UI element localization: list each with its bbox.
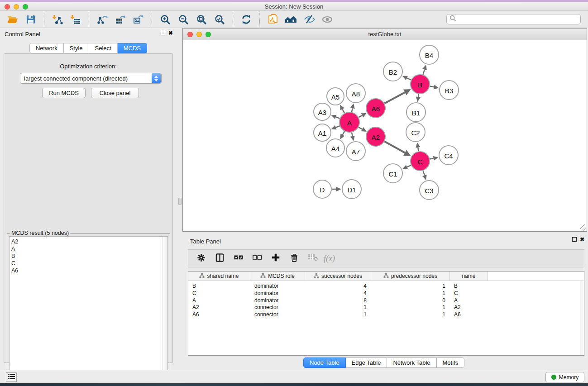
- select-all-button[interactable]: [230, 251, 247, 266]
- zoom-selected-button[interactable]: [210, 12, 229, 27]
- task-history-button[interactable]: [6, 372, 17, 382]
- edge-A-A8[interactable]: [352, 108, 353, 112]
- refresh-network-button[interactable]: [237, 12, 255, 27]
- import-network-button[interactable]: [48, 12, 67, 27]
- tab-select[interactable]: Select: [89, 43, 118, 53]
- table-cell[interactable]: 1: [371, 290, 450, 297]
- tab-edge-table[interactable]: Edge Table: [346, 357, 387, 368]
- table-cell[interactable]: B: [188, 282, 250, 290]
- column-header-shared-name[interactable]: shared name: [188, 272, 250, 281]
- search-field[interactable]: [446, 14, 581, 24]
- table-cell[interactable]: dominator: [250, 297, 305, 304]
- table-cell[interactable]: 1: [305, 311, 371, 318]
- edge-A-A3[interactable]: [336, 117, 340, 118]
- table-cell[interactable]: A6: [188, 311, 250, 318]
- table-row[interactable]: Bdominator41B: [188, 282, 488, 290]
- result-item[interactable]: A: [10, 245, 167, 253]
- close-panel-icon[interactable]: ✖: [580, 237, 584, 242]
- result-item[interactable]: C: [10, 260, 167, 267]
- table-cell[interactable]: A2: [450, 304, 488, 311]
- table-cell[interactable]: C: [188, 290, 250, 297]
- column-header-name[interactable]: name: [450, 272, 488, 281]
- table-cell[interactable]: connector: [250, 304, 305, 311]
- edge-A-A1[interactable]: [336, 126, 340, 127]
- close-panel-button[interactable]: Close panel: [91, 88, 139, 98]
- float-panel-icon[interactable]: [161, 31, 165, 35]
- table-cell[interactable]: A6: [450, 311, 488, 318]
- table-settings-button[interactable]: [193, 251, 210, 266]
- home-button[interactable]: [282, 12, 300, 27]
- eye-button[interactable]: [318, 12, 336, 27]
- column-header-successor-nodes[interactable]: successor nodes: [305, 272, 371, 281]
- export-image-button[interactable]: [129, 12, 148, 27]
- export-network-button[interactable]: [93, 12, 111, 27]
- table-cell[interactable]: 8: [305, 297, 371, 304]
- result-scrollbar[interactable]: [163, 237, 167, 382]
- resize-grip-icon[interactable]: [580, 224, 586, 231]
- edge-B-B3[interactable]: [430, 86, 434, 87]
- table-row[interactable]: Cdominator41C: [188, 290, 488, 297]
- edge-C-C2[interactable]: [418, 148, 418, 152]
- tab-network-table[interactable]: Network Table: [387, 357, 436, 368]
- delete-column-button[interactable]: [286, 251, 302, 266]
- run-mcds-button[interactable]: Run MCDS: [42, 88, 86, 98]
- network-canvas[interactable]: B4B2BB3B1A5A8A6A3AA1A2C2A4A7C4CC1C3DD1: [183, 40, 587, 231]
- column-header-predecessor-nodes[interactable]: predecessor nodes: [371, 272, 450, 281]
- table-row[interactable]: Adominator80A: [188, 297, 488, 304]
- table-cell[interactable]: 4: [305, 290, 371, 297]
- edge-B-B1[interactable]: [418, 94, 419, 97]
- edge-B-B2[interactable]: [407, 78, 411, 80]
- tab-mcds[interactable]: MCDS: [118, 43, 147, 53]
- import-table-button[interactable]: [67, 12, 85, 27]
- table-cell[interactable]: dominator: [250, 282, 305, 290]
- edge-A-A2[interactable]: [359, 127, 362, 129]
- table-cell[interactable]: 1: [371, 311, 450, 318]
- table-cell[interactable]: B: [450, 282, 488, 290]
- edge-A2-C[interactable]: [384, 142, 405, 153]
- hide-panels-button[interactable]: [300, 12, 318, 27]
- edge-A6-B[interactable]: [384, 92, 405, 103]
- node-table[interactable]: shared nameMCDS rolesuccessor nodesprede…: [188, 271, 584, 356]
- edge-B-B4[interactable]: [423, 69, 425, 74]
- column-header-MCDS-role[interactable]: MCDS role: [250, 272, 305, 281]
- duplicate-network-button[interactable]: [264, 12, 282, 27]
- table-cell[interactable]: 4: [305, 282, 371, 290]
- zoom-out-button[interactable]: [174, 12, 192, 27]
- export-table-button[interactable]: [111, 12, 129, 27]
- table-cell[interactable]: connector: [250, 311, 305, 318]
- edge-A-A5[interactable]: [342, 109, 344, 113]
- table-cell[interactable]: 1: [371, 304, 450, 311]
- edge-C-C3[interactable]: [423, 171, 425, 176]
- table-cell[interactable]: 0: [371, 297, 450, 304]
- edge-A-A6[interactable]: [359, 115, 362, 117]
- search-input[interactable]: [456, 16, 578, 23]
- network-graph[interactable]: B4B2BB3B1A5A8A6A3AA1A2C2A4A7C4CC1C3DD1: [183, 40, 587, 231]
- table-cell[interactable]: C: [450, 290, 488, 297]
- result-item[interactable]: A6: [10, 267, 167, 274]
- zoom-fit-button[interactable]: [192, 12, 210, 27]
- close-panel-icon[interactable]: ✖: [168, 31, 173, 35]
- memory-button[interactable]: Memory: [545, 372, 584, 382]
- mcds-result-list[interactable]: A2ABCA6: [9, 236, 168, 382]
- open-file-button[interactable]: [4, 12, 22, 27]
- table-cell[interactable]: A: [188, 297, 250, 304]
- table-cell[interactable]: 1: [371, 282, 450, 290]
- table-scrollbar[interactable]: [580, 281, 584, 355]
- result-item[interactable]: B: [10, 253, 167, 260]
- edge-A-A7[interactable]: [352, 132, 353, 136]
- tab-node-table[interactable]: Node Table: [303, 357, 346, 368]
- table-row[interactable]: A2connector11A2: [188, 304, 488, 311]
- edge-C-C4[interactable]: [430, 158, 434, 159]
- panel-splitter-handle[interactable]: [178, 198, 182, 205]
- table-cell[interactable]: 1: [305, 304, 371, 311]
- table-row[interactable]: A6connector11A6: [188, 311, 488, 318]
- save-session-button[interactable]: [22, 12, 40, 27]
- criterion-dropdown[interactable]: largest connected component (directed): [20, 73, 162, 84]
- unselect-all-button[interactable]: [249, 251, 265, 266]
- tab-network[interactable]: Network: [29, 43, 64, 53]
- edge-A-A4[interactable]: [343, 131, 344, 135]
- table-cell[interactable]: A: [450, 297, 488, 304]
- show-columns-button[interactable]: [211, 251, 228, 266]
- table-cell[interactable]: dominator: [250, 290, 305, 297]
- add-column-button[interactable]: [267, 251, 284, 266]
